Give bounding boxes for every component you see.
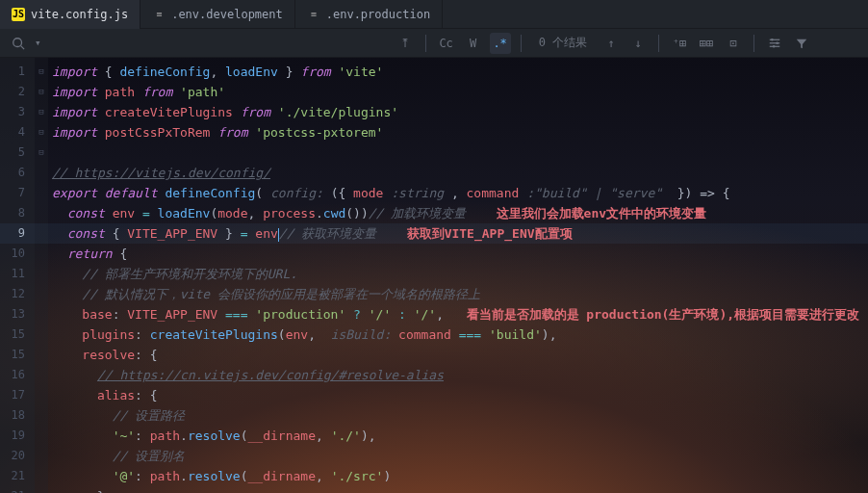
code-editor[interactable]: 1 2 3 4 5 6 7 8 9 10 11 12 13 15 15 16 1… [0,58,868,493]
code-line: }, [52,486,868,493]
separator [521,35,522,52]
editor-tabs: JS vite.config.js ≡ .env.development ≡ .… [0,0,868,29]
code-line: plugins: createVitePlugins(env, isBuild:… [52,324,868,345]
search-input[interactable] [47,37,389,50]
tab-label: vite.config.js [31,8,128,21]
code-line: import postCssPxToRem from 'postcss-pxto… [52,122,868,143]
separator [753,35,754,52]
code-line: import path from 'path' [52,82,868,102]
match-case-toggle[interactable]: Cc [436,33,457,54]
code-line: resolve: { [52,345,868,365]
fold-gutter: ⊟ ⊟ ⊟ ⊟ ⊟ [35,58,48,493]
tab-label: .env.development [171,8,283,21]
result-count: 0 个结果 [531,35,595,51]
prev-occurrence-icon[interactable]: ⤒ [395,33,416,54]
fold-icon[interactable]: ⊟ [35,82,48,102]
open-icon[interactable]: ⊡ [723,33,744,54]
code-line: '~': path.resolve(__dirname, './'), [52,426,868,446]
separator [425,35,426,52]
select-all-icon[interactable]: ⊞⊞ [696,33,717,54]
code-line: alias: { [52,385,868,405]
code-line: // 部署生产环境和开发环境下的URL. [52,264,868,284]
tab-vite-config[interactable]: JS vite.config.js [0,0,140,29]
find-bar: ▾ ⤒ Cc W .* 0 个结果 ↑ ↓ ⁺⊞ ⊞⊞ ⊡ [0,29,868,58]
tab-env-development[interactable]: ≡ .env.development [140,0,295,29]
code-line: base: VITE_APP_ENV === 'production' ? '/… [52,304,868,324]
env-file-icon: ≡ [152,8,166,21]
code-line: // 默认情况下，vite 会假设你的应用是被部署在一个域名的根路径上 [52,284,868,304]
code-line: const env = loadEnv(mode, process.cwd())… [52,203,868,223]
regex-toggle[interactable]: .* [490,33,511,54]
fold-icon[interactable]: ⊟ [35,62,48,82]
fold-icon[interactable]: ⊟ [35,122,48,143]
svg-point-5 [771,38,774,40]
settings-icon[interactable] [764,33,785,54]
code-line: import { defineConfig, loadEnv } from 'v… [52,62,868,82]
annotation: 这里我们会加载env文件中的环境变量 [497,206,706,221]
code-line [52,143,868,163]
prev-result-icon[interactable]: ↑ [600,33,622,54]
svg-line-1 [21,45,25,49]
code-line: return { [52,244,868,264]
code-area[interactable]: import { defineConfig, loadEnv } from 'v… [48,58,868,493]
code-line: import createVitePlugins from './vite/pl… [52,102,868,122]
code-line: // https://vitejs.dev/config/ [52,163,868,183]
code-line: // https://cn.vitejs.dev/config/#resolve… [52,365,868,385]
whole-word-toggle[interactable]: W [463,33,484,54]
fold-icon[interactable]: ⊟ [35,102,48,122]
line-number-gutter: 1 2 3 4 5 6 7 8 9 10 11 12 13 15 15 16 1… [0,58,35,493]
svg-point-6 [776,41,779,44]
tab-label: .env.production [326,8,430,21]
filter-icon[interactable] [791,33,812,54]
next-result-icon[interactable]: ↓ [627,33,649,54]
fold-icon[interactable]: ⊟ [35,143,48,163]
annotation: 看当前是否加载的是 production(生产环境),根据项目需要进行更改 [467,307,860,322]
svg-point-7 [773,44,776,47]
dropdown-icon[interactable]: ▾ [35,37,41,49]
js-file-icon: JS [12,8,25,21]
env-file-icon: ≡ [307,8,320,21]
code-line: export default defineConfig( config: ({ … [52,183,868,203]
tab-env-production[interactable]: ≡ .env.production [295,0,443,29]
add-selection-icon[interactable]: ⁺⊞ [669,33,690,54]
code-line: // 设置路径 [52,405,868,426]
svg-point-0 [13,38,22,46]
separator [658,35,659,52]
code-line: // 设置别名 [52,446,868,466]
code-line: const { VITE_APP_ENV } = env// 获取环境变量 获取… [52,223,868,244]
search-icon[interactable] [8,33,29,54]
code-line: '@': path.resolve(__dirname, './src') [52,466,868,486]
annotation: 获取到VITE_APP_ENV配置项 [407,226,573,241]
